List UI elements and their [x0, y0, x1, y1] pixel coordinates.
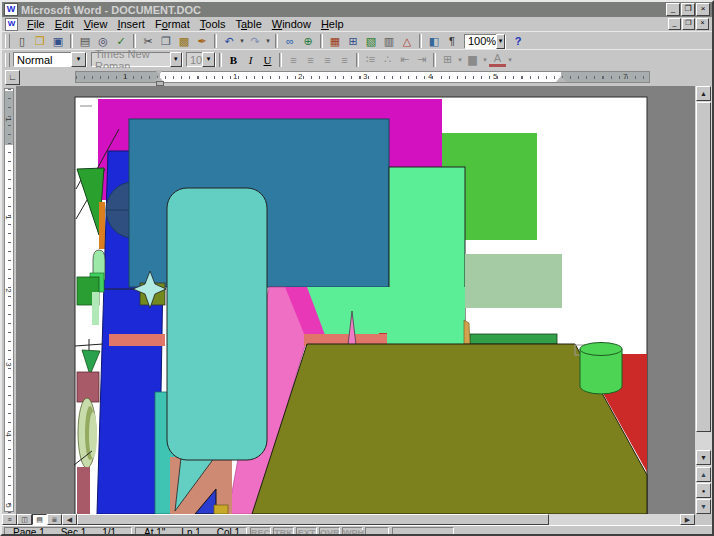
- highlight-button[interactable]: ▆: [464, 52, 481, 68]
- paste-button[interactable]: ▩: [175, 33, 193, 49]
- insert-hyperlink-button[interactable]: ∞: [281, 33, 299, 49]
- restore-button[interactable]: ❐: [681, 3, 695, 16]
- scroll-right-icon[interactable]: ▶: [680, 514, 695, 525]
- chevron-down-icon[interactable]: ▾: [496, 34, 505, 49]
- bullets-button[interactable]: ∴: [379, 52, 396, 68]
- save-button[interactable]: ▣: [49, 33, 67, 49]
- columns-button[interactable]: ▥: [380, 33, 398, 49]
- menu-item-help[interactable]: Help: [316, 18, 349, 30]
- outline-view-button[interactable]: ≣: [47, 514, 62, 525]
- status-panel-empty: [392, 527, 454, 536]
- scrollbar-corner: [695, 514, 712, 525]
- format-painter-button[interactable]: ✒: [193, 33, 211, 49]
- ruler-number: 7: [623, 72, 627, 81]
- menu-item-view[interactable]: View: [79, 18, 113, 30]
- status-indicator-ext[interactable]: EXT: [296, 527, 317, 536]
- page-layout-view-button[interactable]: ▤: [32, 514, 47, 525]
- align-center-button[interactable]: ≡: [302, 52, 319, 68]
- vertical-scrollbar[interactable]: ▲ ▼ ▲ ● ▼: [695, 86, 712, 514]
- online-layout-view-button[interactable]: ◫: [17, 514, 32, 525]
- ruler-number: 4: [4, 432, 13, 436]
- document-icon[interactable]: W: [5, 18, 18, 31]
- insert-table-button[interactable]: ⊞: [344, 33, 362, 49]
- salmon-strip-left: [109, 334, 165, 346]
- insert-excel-worksheet-button[interactable]: ▧: [362, 33, 380, 49]
- align-right-button[interactable]: ≡: [319, 52, 336, 68]
- status-indicator-trk[interactable]: TRK: [273, 527, 294, 536]
- font-color-button[interactable]: A: [489, 52, 506, 67]
- open-button[interactable]: ❒: [31, 33, 49, 49]
- vscroll-thumb[interactable]: [696, 102, 711, 432]
- previous-page-button[interactable]: ▲: [696, 467, 711, 482]
- hd-icon[interactable]: ▾: [481, 52, 489, 68]
- justify-button[interactable]: ≡: [336, 52, 353, 68]
- window-title: Microsoft Word - DOCUMENT.DOC: [21, 4, 201, 16]
- tab-selector-button[interactable]: ∟: [5, 70, 20, 85]
- underline-button[interactable]: U: [259, 52, 276, 68]
- new-document-button[interactable]: ▯: [13, 33, 31, 49]
- redo-button[interactable]: ↷: [246, 33, 264, 49]
- doc-restore-button[interactable]: ❐: [682, 18, 695, 30]
- menu-item-insert[interactable]: Insert: [112, 18, 150, 30]
- document-map-button[interactable]: ◧: [425, 33, 443, 49]
- undo-dropdown-icon[interactable]: ▾: [238, 33, 246, 49]
- select-browse-object-button[interactable]: ●: [696, 483, 711, 498]
- chevron-down-icon[interactable]: ▾: [170, 52, 182, 67]
- right-indent-marker[interactable]: [556, 76, 566, 82]
- status-bar: Page 1 Sec 1 1/1 At 1" Ln 1 Col 1 RECTRK…: [2, 525, 712, 536]
- undo-button[interactable]: ↶: [220, 33, 238, 49]
- hscroll-thumb[interactable]: [77, 514, 549, 525]
- doc-minimize-button[interactable]: _: [668, 18, 681, 30]
- numbering-button[interactable]: ∶≡: [362, 52, 379, 68]
- fd-icon[interactable]: ▾: [506, 52, 514, 68]
- horizontal-scrollbar[interactable]: ≡◫▤≣ ◀ ▶: [2, 514, 712, 525]
- bd-icon[interactable]: ▾: [456, 52, 464, 68]
- drawing-button[interactable]: △: [398, 33, 416, 49]
- first-line-indent-marker[interactable]: [155, 70, 163, 75]
- size-combobox[interactable]: 10 ▾: [186, 52, 216, 67]
- doc-close-button[interactable]: ×: [696, 18, 709, 30]
- show-hide-pilcrow-button[interactable]: ¶: [443, 33, 461, 49]
- zoom-combobox[interactable]: 100% ▾: [464, 34, 506, 49]
- menu-item-window[interactable]: Window: [267, 18, 316, 30]
- style-combobox[interactable]: Normal ▾: [13, 52, 87, 67]
- status-indicator-wph[interactable]: WPH: [342, 527, 363, 536]
- scroll-up-icon[interactable]: ▲: [696, 86, 711, 101]
- redo-dropdown-icon[interactable]: ▾: [264, 33, 272, 49]
- outside-border-button[interactable]: ⊞: [439, 52, 456, 68]
- help-button[interactable]: ?: [509, 33, 527, 49]
- normal-view-button[interactable]: ≡: [2, 514, 17, 525]
- decrease-indent-button[interactable]: ⇤: [396, 52, 413, 68]
- web-toolbar-button[interactable]: ⊕: [299, 33, 317, 49]
- align-left-button[interactable]: ≡: [285, 52, 302, 68]
- status-line: Ln 1: [173, 527, 208, 536]
- chevron-down-icon[interactable]: ▾: [202, 52, 215, 67]
- scroll-down-icon[interactable]: ▼: [696, 450, 711, 465]
- scroll-left-icon[interactable]: ◀: [62, 514, 77, 525]
- italic-button[interactable]: I: [242, 52, 259, 68]
- toolbar-grip[interactable]: [5, 34, 10, 48]
- ruler-number: 2: [4, 288, 13, 292]
- font-combobox[interactable]: Times New Roman ▾: [91, 52, 183, 67]
- position-status-panel: At 1" Ln 1 Col 1: [135, 527, 247, 536]
- print-button[interactable]: ▤: [76, 33, 94, 49]
- vertical-ruler[interactable]: 112345: [2, 86, 16, 514]
- menu-item-file[interactable]: File: [22, 18, 50, 30]
- toolbar-grip[interactable]: [5, 53, 10, 67]
- menu-item-format[interactable]: Format: [150, 18, 195, 30]
- chevron-down-icon[interactable]: ▾: [71, 52, 86, 67]
- increase-indent-button[interactable]: ⇥: [413, 52, 430, 68]
- status-indicator-rec[interactable]: REC: [250, 527, 271, 536]
- menu-item-table[interactable]: Table: [230, 18, 266, 30]
- status-indicator-ovr[interactable]: OVR: [319, 527, 340, 536]
- tables-and-borders-button[interactable]: ▦: [326, 33, 344, 49]
- bold-button[interactable]: B: [225, 52, 242, 68]
- menu-item-tools[interactable]: Tools: [195, 18, 231, 30]
- ruler-number: 4: [428, 72, 432, 81]
- title-bar: W Microsoft Word - DOCUMENT.DOC _ ❐ ×: [2, 2, 712, 17]
- close-button[interactable]: ×: [696, 3, 710, 16]
- minimize-button[interactable]: _: [666, 3, 680, 16]
- horizontal-ruler[interactable]: ∟ 1123457: [2, 68, 712, 86]
- menu-item-edit[interactable]: Edit: [50, 18, 79, 30]
- next-page-button[interactable]: ▼: [696, 499, 711, 514]
